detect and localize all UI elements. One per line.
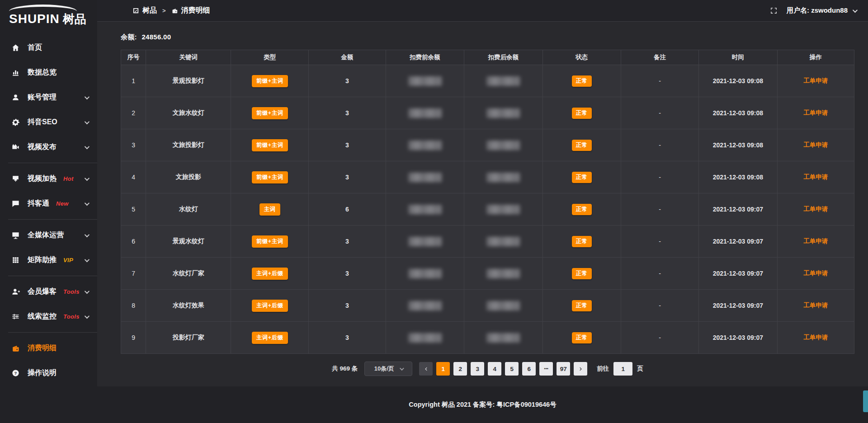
work-order-link[interactable]: 工单申请 [803,334,828,341]
censored-value [486,76,520,86]
censored-value [408,205,442,214]
cell-remark: - [621,129,699,161]
breadcrumb-separator: > [162,7,166,14]
page-button-2[interactable]: 2 [453,362,467,376]
floating-widget[interactable] [863,390,868,412]
cell-amount: 3 [309,161,386,193]
cell-type: 前缀+主词 [231,97,309,129]
breadcrumb-item-current[interactable]: 消费明细 [171,6,210,15]
breadcrumb-label: 树品 [142,6,157,15]
sidebar-item-badge: New [56,200,69,207]
cell-status: 正常 [542,129,621,161]
table-row: 6景观水纹灯前缀+主词3正常-2021-12-03 09:07工单申请 [121,226,854,258]
pager: 123456•••97 [419,362,587,376]
cell-index: 4 [121,161,146,193]
page-button-1[interactable]: 1 [436,362,450,376]
more-pages-button[interactable]: ••• [539,362,553,376]
page-button-97[interactable]: 97 [557,362,570,376]
cell-index: 8 [121,290,146,322]
main-content: 余额: 24856.00 序号关键词类型金额扣费前余额扣费后余额状态备注时间操作… [97,22,868,386]
table-row: 7水纹灯厂家主词+后缀3正常-2021-12-03 09:07工单申请 [121,258,854,290]
censored-value [408,141,442,150]
wallet-icon [11,344,20,353]
column-header: 类型 [231,50,309,65]
sidebar-item-0[interactable]: 首页 [0,35,97,60]
cell-keyword: 景观水纹灯 [146,226,231,258]
work-order-link[interactable]: 工单申请 [803,174,828,180]
cell-status: 正常 [542,161,621,193]
work-order-link[interactable]: 工单申请 [803,141,828,148]
page-button-5[interactable]: 5 [505,362,519,376]
censored-value [486,173,520,182]
table-row: 9投影灯厂家主词+后缀3正常-2021-12-03 09:07工单申请 [121,322,854,354]
sidebar-divider [8,163,97,163]
balance-label: 余额: [121,33,137,41]
sidebar: SHUPIN 树品 首页数据总览账号管理抖音SEO视频发布视频加热Hot抖客通N… [0,0,97,423]
user-icon [11,93,20,102]
fullscreen-icon[interactable] [770,7,778,14]
breadcrumb: 树品 > 消费明细 [132,6,210,15]
censored-value [486,333,520,343]
censored-value [408,108,442,118]
cell-type: 主词+后缀 [231,290,309,322]
status-badge: 正常 [572,204,592,215]
user-menu[interactable]: 用户名: zswodun88 [787,6,856,15]
sidebar-item-10[interactable]: 矩阵助推VIP [0,248,97,273]
work-order-link[interactable]: 工单申请 [803,238,828,244]
breadcrumb-item-home[interactable]: 树品 [132,6,157,15]
prev-page-button[interactable] [419,362,433,376]
sidebar-item-16[interactable]: ?操作说明 [0,361,97,385]
next-page-button[interactable] [574,362,587,376]
page-button-6[interactable]: 6 [522,362,536,376]
username-label: 用户名: zswodun88 [787,6,848,15]
sidebar-item-9[interactable]: 全媒体运营 [0,223,97,248]
goto-page-input[interactable] [613,362,632,376]
member-icon [11,287,20,296]
goto-label: 前往 [597,365,609,373]
svg-text:?: ? [14,371,17,376]
cell-action: 工单申请 [777,258,854,290]
total-count-label: 共 969 条 [332,365,358,373]
sidebar-item-badge: Tools [63,313,80,320]
logo-arc [9,5,77,11]
table-row: 5水纹灯主词6正常-2021-12-03 09:07工单申请 [121,193,854,226]
work-order-link[interactable]: 工单申请 [803,302,828,309]
topbar: 树品 > 消费明细 用户名: zswodun88 [97,0,868,22]
sidebar-item-4[interactable]: 视频发布 [0,135,97,160]
sidebar-item-3[interactable]: 抖音SEO [0,110,97,135]
cell-status: 正常 [542,97,621,129]
pagination: 共 969 条 10条/页 123456•••97 前往 页 [121,362,854,376]
page-size-select[interactable]: 10条/页 [364,362,412,376]
cell-index: 5 [121,193,146,226]
cell-balance-before [386,65,464,97]
cell-type: 主词+后缀 [231,258,309,290]
cell-amount: 3 [309,258,386,290]
column-header: 时间 [699,50,778,65]
chevron-down-icon [85,232,90,237]
status-badge: 正常 [572,300,592,311]
sidebar-item-15[interactable]: 消费明细 [0,336,97,361]
cell-balance-before [386,193,464,226]
type-badge: 前缀+主词 [252,171,288,183]
chevron-down-icon [85,119,90,124]
sidebar-item-13[interactable]: 线索监控Tools [0,304,97,329]
work-order-link[interactable]: 工单申请 [803,109,828,116]
home-icon [11,43,20,52]
sidebar-item-2[interactable]: 账号管理 [0,85,97,110]
page-button-3[interactable]: 3 [471,362,484,376]
consumption-table: 序号关键词类型金额扣费前余额扣费后余额状态备注时间操作 1景观投影灯前缀+主词3… [121,50,854,354]
work-order-link[interactable]: 工单申请 [803,206,828,212]
sidebar-item-6[interactable]: 视频加热Hot [0,166,97,191]
table-row: 1景观投影灯前缀+主词3正常-2021-12-03 09:08工单申请 [121,65,854,97]
cell-time: 2021-12-03 09:08 [699,161,778,193]
sidebar-item-7[interactable]: 抖客通New [0,191,97,216]
sidebar-item-1[interactable]: 数据总览 [0,60,97,85]
sidebar-item-12[interactable]: 会员爆客Tools [0,279,97,304]
page-button-4[interactable]: 4 [488,362,501,376]
logo-text-en: SHUPIN [9,12,60,26]
work-order-link[interactable]: 工单申请 [803,77,828,84]
cell-time: 2021-12-03 09:07 [699,193,778,226]
cell-balance-before [386,258,464,290]
work-order-link[interactable]: 工单申请 [803,270,828,277]
cell-keyword: 水纹灯厂家 [146,258,231,290]
